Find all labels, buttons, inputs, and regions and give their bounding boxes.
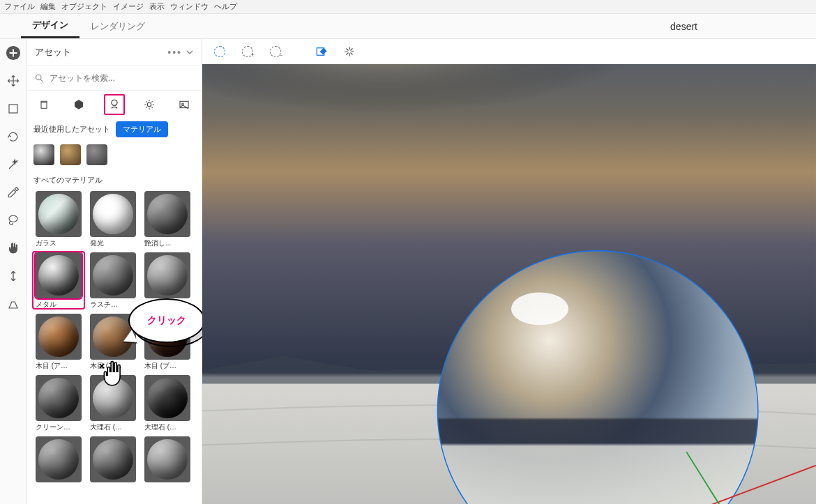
recent-thumbs — [27, 140, 202, 169]
material-thumb — [36, 436, 82, 482]
material-label: 木目 (ブ… — [144, 361, 190, 371]
menu-help[interactable]: ヘルプ — [214, 1, 237, 12]
vertical-resize-tool[interactable] — [5, 268, 22, 284]
material-thumb — [144, 191, 190, 237]
category-images[interactable] — [174, 94, 195, 115]
menu-window[interactable]: ウィンドウ — [170, 1, 209, 12]
material-item[interactable]: ガラス — [33, 191, 84, 248]
recent-thumb[interactable] — [33, 144, 54, 165]
category-tabs — [27, 91, 202, 119]
material-thumb — [144, 375, 190, 421]
material-thumb — [90, 314, 136, 360]
material-item[interactable]: 艶消し... — [142, 191, 192, 248]
material-item[interactable]: ラスチ… — [88, 252, 138, 310]
material-label: 艶消し... — [144, 238, 190, 248]
viewport-toolbar: + − — [202, 39, 816, 64]
menu-object[interactable]: オブジェクト — [61, 1, 107, 12]
material-label: 木目 (ア… — [90, 361, 136, 371]
recent-thumb[interactable] — [86, 144, 107, 165]
material-item[interactable] — [142, 436, 192, 484]
material-item[interactable]: 大理石 (… — [142, 375, 192, 432]
search-input[interactable] — [50, 73, 193, 83]
tabbar: デザイン レンダリング desert — [0, 14, 816, 39]
material-thumb — [90, 252, 136, 298]
select-subtract-button[interactable]: − — [268, 44, 283, 59]
material-label: ワックス — [144, 300, 190, 310]
menu-edit[interactable]: 編集 — [40, 1, 56, 12]
material-thumb — [36, 252, 82, 298]
material-thumb — [144, 252, 190, 298]
category-materials[interactable] — [104, 94, 125, 115]
material-thumb — [90, 436, 136, 482]
recent-thumb[interactable] — [60, 144, 81, 165]
scene-render — [202, 64, 816, 504]
svg-point-14 — [511, 292, 568, 325]
chevron-down-icon — [186, 49, 193, 56]
snap-button[interactable] — [342, 44, 357, 59]
viewport[interactable] — [202, 64, 816, 504]
material-item[interactable] — [33, 436, 84, 484]
material-item[interactable]: 木目 (ア… — [88, 314, 138, 371]
tab-rendering[interactable]: レンダリング — [80, 14, 156, 38]
asset-panel: アセット ••• — [27, 39, 202, 504]
material-thumb — [144, 314, 190, 360]
category-lights[interactable] — [139, 94, 160, 115]
menu-file[interactable]: ファイル — [4, 1, 35, 12]
svg-point-6 — [147, 102, 151, 106]
material-item[interactable]: 大理石 (… — [88, 375, 138, 432]
material-thumb — [36, 375, 82, 421]
hand-tool[interactable] — [5, 240, 22, 257]
add-object-button[interactable] — [5, 45, 22, 61]
category-models[interactable] — [33, 94, 54, 115]
frame-tool[interactable] — [5, 100, 22, 117]
svg-point-3 — [36, 75, 41, 79]
material-label: ガラス — [36, 238, 82, 248]
perspective-tool[interactable] — [5, 296, 22, 312]
material-label: 発光 — [90, 238, 136, 248]
material-chip[interactable]: マテリアル — [116, 121, 168, 137]
material-thumb — [90, 375, 136, 421]
svg-rect-1 — [9, 105, 17, 113]
material-item[interactable] — [88, 436, 138, 484]
lasso-tool[interactable] — [5, 212, 22, 229]
magic-wand-tool[interactable] — [5, 156, 22, 173]
tab-design[interactable]: デザイン — [21, 14, 80, 38]
select-marquee-button[interactable] — [212, 44, 227, 59]
recent-label: 最近使用したアセット — [33, 124, 110, 135]
document-title: desert — [670, 21, 697, 32]
undo-tool[interactable] — [5, 128, 22, 145]
material-item[interactable]: クリーン… — [33, 375, 84, 432]
panel-title: アセット — [35, 46, 71, 59]
material-item[interactable]: 発光 — [88, 191, 138, 248]
material-thumb — [144, 436, 190, 482]
svg-point-2 — [9, 215, 17, 222]
materials-grid: ガラス発光艶消し...メタルラスチ…ワックス木目 (ア…木目 (ア…木目 (ブ…… — [27, 188, 202, 487]
material-label: クリーン… — [36, 422, 82, 432]
move-tool[interactable] — [5, 72, 22, 89]
material-label: ラスチ… — [90, 300, 136, 310]
meatball-icon: ••• — [167, 47, 182, 58]
eyedropper-tool[interactable] — [5, 184, 22, 201]
material-thumb — [90, 191, 136, 237]
material-label: 大理石 (… — [144, 422, 190, 432]
menubar: ファイル 編集 オブジェクト イメージ 表示 ウィンドウ ヘルプ — [0, 0, 816, 14]
recent-assets-row: 最近使用したアセット マテリアル — [27, 119, 202, 140]
material-label: 木目 (ア… — [36, 361, 82, 371]
decal-button[interactable] — [314, 44, 329, 59]
panel-more[interactable]: ••• — [167, 47, 193, 58]
select-add-button[interactable]: + — [240, 44, 255, 59]
material-thumb — [36, 314, 82, 360]
svg-point-5 — [112, 100, 117, 105]
svg-rect-4 — [41, 102, 47, 108]
material-thumb — [36, 191, 82, 237]
material-item[interactable]: 木目 (ア… — [33, 314, 84, 371]
tool-column — [0, 39, 27, 504]
material-item[interactable]: メタル — [33, 252, 84, 310]
category-shapes[interactable] — [68, 94, 89, 115]
menu-image[interactable]: イメージ — [113, 1, 144, 12]
material-item[interactable]: ワックス — [142, 252, 192, 310]
material-item[interactable]: 木目 (ブ… — [142, 314, 192, 371]
menu-view[interactable]: 表示 — [149, 1, 165, 12]
panel-header: アセット ••• — [27, 39, 202, 66]
all-materials-label: すべてのマテリアル — [27, 169, 202, 188]
